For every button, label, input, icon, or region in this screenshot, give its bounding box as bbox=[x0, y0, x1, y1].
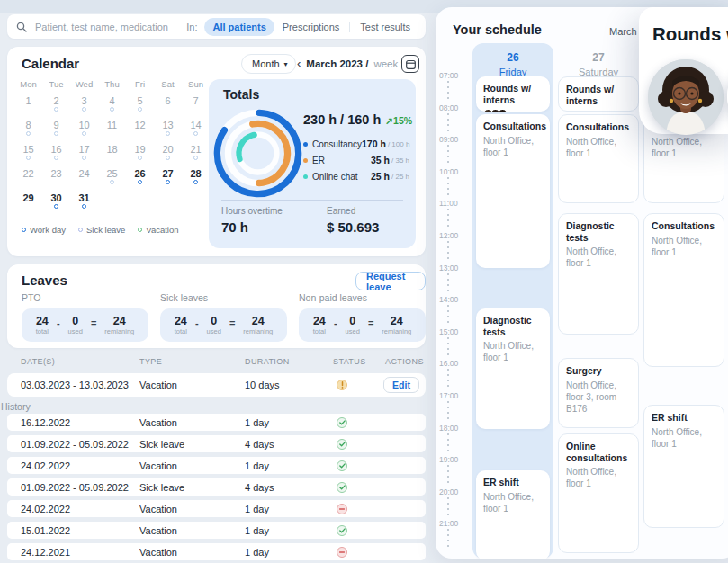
calendar-day-21[interactable]: 21 bbox=[182, 142, 210, 166]
earned-label: Earned bbox=[327, 206, 379, 216]
calendar-day-5[interactable]: 5 bbox=[126, 94, 154, 118]
calendar-day-19[interactable]: 19 bbox=[126, 142, 154, 166]
event-online-consultations[interactable]: Online consultationsNorth Office, floor … bbox=[558, 433, 639, 553]
balance-sublabel: total bbox=[313, 328, 326, 335]
sick-leave-icon bbox=[78, 228, 83, 232]
operator: = bbox=[229, 317, 235, 328]
calendar-view-dropdown[interactable]: Month ▾ bbox=[241, 54, 296, 74]
event-surgery[interactable]: SurgeryNorth Office, floor 3, room B176 bbox=[558, 358, 639, 428]
status-denied-icon bbox=[337, 504, 347, 514]
leaves-card: Leaves Request leave PTO24total-0used=24… bbox=[7, 264, 426, 348]
column-day-number: 27 bbox=[558, 50, 639, 66]
calendar-day-31[interactable]: 31 bbox=[70, 191, 98, 215]
column-header-duration: DURATION bbox=[245, 357, 290, 366]
history-section-label: History bbox=[1, 401, 31, 412]
cell-duration: 4 days bbox=[245, 439, 274, 450]
cell-dates: 24.02.2022 bbox=[21, 460, 70, 471]
balance-number: 24 bbox=[175, 316, 187, 327]
calendar-day-15[interactable]: 15 bbox=[14, 142, 42, 166]
calendar-day-3[interactable]: 3 bbox=[70, 94, 98, 118]
legend-target: / 25 h bbox=[391, 173, 409, 181]
calendar-day-6[interactable]: 6 bbox=[154, 94, 182, 118]
calendar-day-24[interactable]: 24 bbox=[70, 166, 98, 191]
scope-tab-test-results[interactable]: Test results bbox=[352, 18, 418, 36]
event-location: North Office, floor 1 bbox=[652, 136, 716, 159]
calendar-day-20[interactable]: 20 bbox=[154, 142, 182, 166]
balance-sublabel: used bbox=[68, 328, 83, 335]
calendar-day-16[interactable]: 16 bbox=[42, 142, 70, 166]
calendar-day-22[interactable]: 22 bbox=[14, 166, 42, 191]
event-diagnostic-tests[interactable]: Diagnostic testsNorth Office, floor 1 bbox=[476, 308, 550, 429]
scope-tab-prescriptions[interactable]: Prescriptions bbox=[274, 18, 348, 36]
cell-type: Vacation bbox=[139, 460, 177, 471]
search-input[interactable] bbox=[33, 21, 183, 33]
time-label: 12:00 bbox=[439, 231, 458, 240]
earned-stat: Earned $ 50.693 bbox=[327, 206, 379, 235]
work-day-dot bbox=[138, 156, 142, 160]
history-row: 01.09.2022 - 05.09.2022Sick leave4 days bbox=[7, 478, 426, 496]
work-day-dot bbox=[82, 107, 86, 112]
leave-type-label: Non-paid leaves bbox=[299, 292, 426, 303]
calendar-day-29[interactable]: 29 bbox=[14, 191, 42, 215]
balance-sublabel: used bbox=[346, 328, 360, 335]
calendar-day-13[interactable]: 13 bbox=[154, 118, 182, 142]
day-number: 23 bbox=[42, 166, 70, 179]
edit-button[interactable]: Edit bbox=[383, 377, 419, 393]
scope-tab-all-patients[interactable]: All patients bbox=[204, 18, 274, 36]
event-consultations[interactable]: ConsultationsNorth Office, floor 1 bbox=[476, 114, 550, 268]
calendar-day-17[interactable]: 17 bbox=[70, 142, 98, 166]
calendar-day-26[interactable]: 26 bbox=[126, 166, 154, 191]
calendar-row: 22232425262728 bbox=[14, 166, 210, 191]
calendar-day-14[interactable]: 14 bbox=[182, 118, 210, 142]
event-rounds-w-interns[interactable]: Rounds w/ interns bbox=[558, 76, 639, 112]
balance-number: 24 bbox=[243, 316, 273, 327]
day-number: 19 bbox=[126, 142, 154, 155]
time-dotted-line bbox=[447, 81, 449, 103]
calendar-day-11[interactable]: 11 bbox=[98, 118, 126, 142]
event-consultations[interactable]: ConsultationsNorth Office, floor 1 bbox=[643, 213, 724, 367]
weekday-label: Tue bbox=[42, 79, 70, 89]
event-rounds-w-interns[interactable]: Rounds w/ interns bbox=[476, 76, 550, 112]
day-number: 29 bbox=[14, 191, 42, 203]
calendar-day-23[interactable]: 23 bbox=[42, 166, 70, 191]
event-title: Diagnostic tests bbox=[566, 220, 631, 243]
calendar-day-10[interactable]: 10 bbox=[70, 118, 98, 142]
event-title: Consultations bbox=[483, 121, 543, 132]
calendar-day-25[interactable]: 25 bbox=[98, 166, 126, 191]
calendar-day-27[interactable]: 27 bbox=[154, 166, 182, 191]
calendar-day-28[interactable]: 28 bbox=[182, 166, 210, 191]
legend-dot-icon bbox=[303, 158, 308, 163]
calendar-day-4[interactable]: 4 bbox=[98, 94, 126, 118]
event-diagnostic-tests[interactable]: Diagnostic testsNorth Office, floor 1 bbox=[558, 213, 639, 335]
balance-total: 24total bbox=[313, 316, 326, 335]
attendee-avatar bbox=[498, 109, 508, 112]
event-consultations[interactable]: ConsultationsNorth Office, floor 1 bbox=[558, 114, 639, 203]
event-location: North Office, floor 1 bbox=[483, 135, 543, 158]
request-leave-button[interactable]: Request leave bbox=[355, 272, 426, 290]
day-number: 22 bbox=[14, 166, 42, 179]
column-header: 26Friday bbox=[472, 43, 553, 79]
balance-sublabel: remianing bbox=[104, 328, 134, 335]
time-label: 08:00 bbox=[439, 103, 458, 112]
cell-duration: 1 day bbox=[245, 504, 269, 514]
calendar-day-12[interactable]: 12 bbox=[126, 118, 154, 142]
event-er-shift[interactable]: ER shiftNorth Office, floor 1 bbox=[643, 405, 724, 528]
calendar-day-9[interactable]: 9 bbox=[42, 118, 70, 142]
calendar-day-1[interactable]: 1 bbox=[14, 94, 42, 118]
work-day-dot bbox=[166, 131, 170, 136]
event-er-shift[interactable]: ER shiftNorth Office, floor 1 bbox=[476, 470, 550, 559]
day-number: 7 bbox=[182, 94, 210, 106]
calendar-day-33 bbox=[126, 191, 154, 215]
calendar-day-8[interactable]: 8 bbox=[14, 118, 42, 142]
calendar-day-7[interactable]: 7 bbox=[182, 94, 210, 118]
day-number: 9 bbox=[42, 118, 70, 130]
leave-type-non-paid-leaves: Non-paid leaves24total-0used=24remianing bbox=[299, 292, 426, 342]
calendar-day-30[interactable]: 30 bbox=[42, 191, 70, 215]
calendar-day-18[interactable]: 18 bbox=[98, 142, 126, 166]
calendar-picker-button[interactable] bbox=[401, 55, 419, 73]
legend-vacation: Vacation bbox=[138, 225, 178, 235]
calendar-day-2[interactable]: 2 bbox=[42, 94, 70, 118]
prev-week-button[interactable]: ‹ bbox=[297, 58, 301, 69]
legend-name: Online chat bbox=[312, 172, 371, 182]
legend-value: 170 h bbox=[362, 139, 386, 149]
